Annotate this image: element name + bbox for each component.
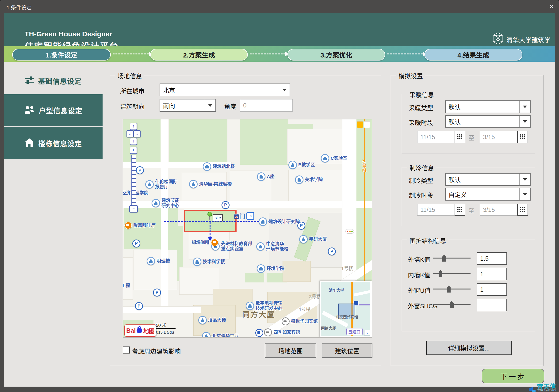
sidebar-item-unit-info[interactable]: 户型信息设定 bbox=[4, 94, 102, 126]
ext-window-u-slider[interactable] bbox=[433, 289, 471, 290]
cooling-type-select[interactable]: 默认 bbox=[445, 173, 531, 186]
map-poi-盛世华园宾馆: 盛世华园宾馆 bbox=[282, 317, 318, 325]
inset-collapse-button[interactable]: ↘ bbox=[364, 330, 370, 336]
heating-end-calendar-button[interactable] bbox=[517, 131, 528, 143]
city-select-value: 北京 bbox=[160, 84, 279, 96]
site-marker-pin-icon[interactable] bbox=[207, 212, 212, 217]
heating-type-label: 采暖类型 bbox=[409, 103, 433, 112]
ext-wall-k-input[interactable]: 1.5 bbox=[477, 252, 507, 265]
app-header: TH-Green House Designer 住宅智能绿色设计平台 清华大学建… bbox=[4, 13, 555, 46]
building-icon bbox=[289, 161, 297, 169]
next-step-button[interactable]: 下一步 bbox=[482, 369, 544, 383]
ext-window-shcg-input[interactable] bbox=[477, 299, 507, 311]
ext-window-u-label: 外窗U值 bbox=[408, 286, 431, 294]
sliders-icon bbox=[25, 76, 34, 85]
map-pan-up-button[interactable]: ↑ bbox=[130, 123, 137, 130]
watermark: 宜天信达 Yitianxinda.com bbox=[530, 382, 559, 392]
cooling-period-select[interactable]: 自定义 bbox=[445, 188, 531, 201]
heating-period-select[interactable]: 默认 bbox=[445, 115, 531, 128]
map-terrain-shape bbox=[289, 170, 343, 201]
cooling-date-to-label: 至 bbox=[468, 206, 474, 214]
map-terrain-shape bbox=[283, 261, 311, 282]
inset-label-tower: 网络大厦 bbox=[321, 325, 336, 331]
detail-simulation-settings-button[interactable]: 详细模拟设置... bbox=[426, 341, 512, 355]
parking-icon: P bbox=[153, 289, 161, 297]
cooling-start-calendar-button[interactable] bbox=[455, 204, 465, 216]
site-range-button[interactable]: 场地范围 bbox=[265, 343, 316, 358]
baidu-paw-icon bbox=[137, 328, 142, 333]
map-metro-line-label: 13号线 bbox=[361, 159, 367, 172]
parking-icon: P bbox=[132, 239, 140, 247]
consider-surroundings-checkbox[interactable] bbox=[123, 346, 130, 354]
cooling-end-calendar-button[interactable] bbox=[517, 204, 528, 216]
map-scale-label: 50 米 bbox=[156, 322, 166, 328]
close-icon[interactable]: × bbox=[547, 2, 556, 11]
building-icon bbox=[202, 332, 211, 337]
angle-input[interactable]: 0 bbox=[240, 99, 293, 112]
house-icon bbox=[25, 138, 34, 148]
signal-icon bbox=[345, 229, 354, 234]
map-3d-button[interactable] bbox=[357, 121, 363, 128]
heating-start-calendar-button[interactable] bbox=[455, 131, 465, 143]
map-zoom-out-button[interactable]: − bbox=[129, 205, 138, 212]
int-wall-k-label: 内墙K值 bbox=[408, 270, 430, 279]
city-select[interactable]: 北京 bbox=[159, 83, 290, 96]
building-position-button[interactable]: 建筑位置 bbox=[322, 343, 373, 358]
cooling-period-value: 自定义 bbox=[446, 188, 519, 200]
map-traffic-button[interactable] bbox=[364, 121, 370, 128]
map-poi-3号楼: 3号楼 bbox=[309, 293, 321, 300]
title-bar[interactable]: 1.条件设定 × bbox=[0, 0, 559, 13]
map-poi-凌晶大楼: 凌晶大楼 bbox=[198, 316, 226, 324]
chevron-down-icon[interactable] bbox=[279, 84, 289, 96]
building-icon bbox=[259, 218, 267, 226]
map-pan-left-button[interactable]: ← bbox=[127, 130, 134, 137]
sidebar-item-label: 基础信息设定 bbox=[38, 75, 82, 86]
cafe-icon bbox=[124, 222, 132, 229]
chevron-down-icon[interactable] bbox=[519, 101, 530, 113]
map-terrain-shape bbox=[123, 307, 201, 313]
building-icon bbox=[147, 257, 155, 265]
cooling-start-date-input[interactable]: 11/15 bbox=[417, 204, 457, 216]
map-poi-学研大厦: 学研大厦 bbox=[299, 235, 327, 244]
orientation-select-value: 南向 bbox=[160, 100, 205, 111]
chevron-down-icon[interactable] bbox=[519, 188, 530, 200]
map-poi-建筑设计研究院: 建筑设计研究院 bbox=[259, 218, 300, 226]
gate-icon: ➜ bbox=[246, 212, 254, 220]
map-poi-四季如家宾馆: 四季如家宾馆 bbox=[264, 328, 300, 337]
map-poi-伟伦楼国际: 伟伦楼国际报告厅 bbox=[145, 179, 177, 190]
envelope-info-group: 围护结构信息 bbox=[402, 240, 535, 331]
step-3-scheme-optimization[interactable]: 3.方案优化 bbox=[288, 49, 385, 61]
app-window: 1.条件设定 × TH-Green House Designer 住宅智能绿色设… bbox=[0, 0, 559, 392]
int-wall-k-input[interactable]: 1 bbox=[477, 268, 507, 280]
step-4-result-generation[interactable]: 4.结果生成 bbox=[424, 49, 522, 61]
sidebar-item-building-info[interactable]: 楼栋信息设定 bbox=[4, 127, 102, 159]
map-canvas[interactable]: 13号线 site ↑ ← → ↓ + − 建筑馆北楼清华园-梁銶琚楼伟伦楼国际… bbox=[123, 119, 372, 337]
map-pan-down-button[interactable]: ↓ bbox=[130, 138, 137, 145]
heating-end-date-input[interactable]: 3/15 bbox=[480, 131, 520, 143]
parking-icon: P bbox=[297, 222, 305, 230]
map-terrain-shape bbox=[123, 119, 160, 163]
ext-wall-k-slider[interactable] bbox=[433, 258, 471, 258]
cooling-end-date-input[interactable]: 3/15 bbox=[480, 204, 520, 216]
chevron-down-icon[interactable] bbox=[519, 116, 530, 128]
map-zoom-slider[interactable] bbox=[131, 155, 136, 205]
step-1-condition[interactable]: 1.条件设定 bbox=[12, 49, 111, 61]
app-title-en: TH-Green House Designer bbox=[25, 30, 112, 38]
orientation-label: 建筑朝向 bbox=[120, 102, 145, 110]
chevron-down-icon[interactable] bbox=[519, 173, 530, 185]
map-pan-right-button[interactable]: → bbox=[133, 130, 140, 137]
angle-label: 角度 bbox=[224, 102, 236, 110]
ext-window-u-input[interactable]: 1 bbox=[477, 283, 507, 296]
sidebar-item-basic-info[interactable]: 基础信息设定 bbox=[4, 68, 102, 93]
site-axis-vertical bbox=[210, 222, 211, 238]
map-inset-overview[interactable]: 清华大学 北京西郊宾馆 网络大厦 五道口 ↘ bbox=[320, 281, 372, 337]
cooling-group-legend: 制冷信息 bbox=[407, 163, 436, 172]
heating-type-select[interactable]: 默认 bbox=[445, 100, 531, 113]
step-2-scheme-generation[interactable]: 2.方案生成 bbox=[150, 49, 248, 61]
orientation-select[interactable]: 南向 bbox=[159, 99, 216, 112]
map-zoom-in-button[interactable]: + bbox=[130, 147, 137, 154]
step-connector-icon bbox=[113, 54, 149, 55]
map-poi-工程: 工程 bbox=[123, 283, 130, 288]
heating-start-date-input[interactable]: 11/15 bbox=[417, 131, 457, 143]
chevron-down-icon[interactable] bbox=[205, 100, 215, 111]
